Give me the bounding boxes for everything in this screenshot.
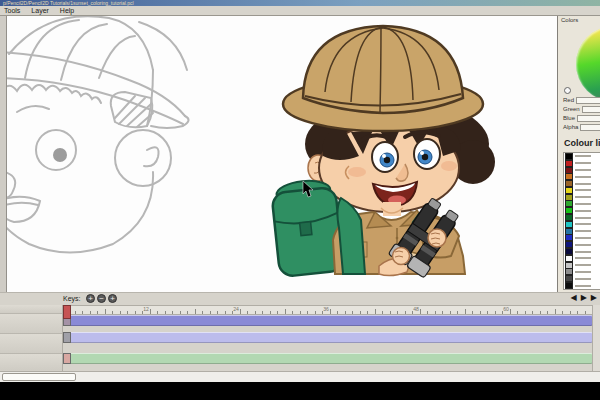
playhead[interactable] bbox=[63, 305, 71, 319]
swatch-label bbox=[575, 285, 591, 287]
h-scrollbar-thumb[interactable] bbox=[2, 373, 76, 381]
layer-row[interactable] bbox=[0, 354, 62, 370]
swatch-label bbox=[575, 176, 591, 178]
remove-key-button[interactable]: − bbox=[97, 294, 106, 303]
swatch-label bbox=[575, 271, 591, 273]
menu-item-layer[interactable]: Layer bbox=[31, 6, 49, 15]
swatch-label bbox=[575, 264, 591, 266]
playback-next-button[interactable]: ▶ bbox=[591, 293, 597, 302]
playback-play-button[interactable]: ▶ bbox=[581, 293, 587, 302]
timeline-tracks bbox=[63, 305, 592, 371]
swatch-label bbox=[575, 203, 591, 205]
swatch-label bbox=[575, 169, 591, 171]
color-wheel[interactable] bbox=[576, 26, 600, 102]
duplicate-key-button[interactable]: + bbox=[108, 294, 117, 303]
left-toolbar-edge bbox=[0, 16, 7, 292]
swatch-label bbox=[575, 223, 591, 225]
swatch-label bbox=[575, 237, 591, 239]
timeline-panel: Keys: + − + ◀ ▶ ▶ 1224364860 bbox=[0, 292, 600, 382]
layer-row[interactable] bbox=[0, 305, 62, 314]
channel-sliders: Red Green Blue Alpha bbox=[563, 96, 600, 132]
swatch-chip[interactable] bbox=[565, 282, 573, 289]
timeline-horizontal-scrollbar[interactable] bbox=[0, 371, 600, 382]
palette-swatch[interactable] bbox=[564, 282, 600, 289]
swatch-label bbox=[575, 244, 591, 246]
layer-row[interactable] bbox=[0, 334, 62, 354]
swatch-label bbox=[575, 210, 591, 212]
swatch-label bbox=[575, 155, 591, 157]
colors-panel-title: Colors bbox=[561, 17, 578, 23]
keys-label: Keys: bbox=[63, 295, 81, 302]
timeline-vertical-scrollbar[interactable] bbox=[592, 305, 600, 371]
bottom-black-bar bbox=[0, 382, 600, 400]
swatch-label bbox=[575, 251, 591, 253]
swatch-label bbox=[575, 278, 591, 280]
channel-label-green[interactable]: Green bbox=[563, 105, 600, 114]
swatch-label bbox=[575, 217, 591, 219]
sketch-drawing bbox=[7, 16, 189, 252]
channel-radio-button[interactable] bbox=[564, 87, 571, 94]
layer-row[interactable] bbox=[0, 314, 62, 334]
application-window: p/Pencil2D/Pencil2D Tutorials/1sunset_co… bbox=[0, 0, 600, 400]
playback-controls: ◀ ▶ ▶ bbox=[571, 293, 597, 302]
menu-item-help[interactable]: Help bbox=[60, 6, 74, 15]
swatch-label bbox=[575, 257, 591, 259]
swatch-label bbox=[575, 162, 591, 164]
drawing-canvas[interactable] bbox=[7, 16, 557, 292]
swatch-list[interactable] bbox=[563, 152, 600, 290]
layers-panel bbox=[0, 305, 63, 371]
timeline-track[interactable] bbox=[63, 332, 592, 343]
swatch-label bbox=[575, 189, 591, 191]
swatch-label bbox=[575, 183, 591, 185]
canvas-artwork bbox=[7, 16, 557, 292]
keyframe-marker[interactable] bbox=[63, 353, 71, 364]
colors-panel: Colors Red Green Blue Alpha Colour list bbox=[557, 16, 600, 292]
colour-list-header: Colour list bbox=[564, 138, 600, 148]
channel-label-alpha[interactable]: Alpha bbox=[563, 123, 600, 132]
swatch-label bbox=[575, 196, 591, 198]
keyframe-marker[interactable] bbox=[63, 332, 71, 343]
menu-item-tools[interactable]: Tools bbox=[4, 6, 20, 15]
timeline-track[interactable] bbox=[63, 353, 592, 364]
playback-prev-button[interactable]: ◀ bbox=[571, 293, 577, 302]
swatch-label bbox=[575, 230, 591, 232]
character-drawing bbox=[270, 26, 495, 278]
menu-bar: Tools Layer Help bbox=[0, 6, 600, 16]
channel-label-red[interactable]: Red bbox=[563, 96, 600, 105]
channel-label-blue[interactable]: Blue bbox=[563, 114, 600, 123]
add-key-button[interactable]: + bbox=[86, 294, 95, 303]
safari-hat bbox=[283, 26, 483, 131]
timeline-track[interactable] bbox=[63, 315, 592, 326]
